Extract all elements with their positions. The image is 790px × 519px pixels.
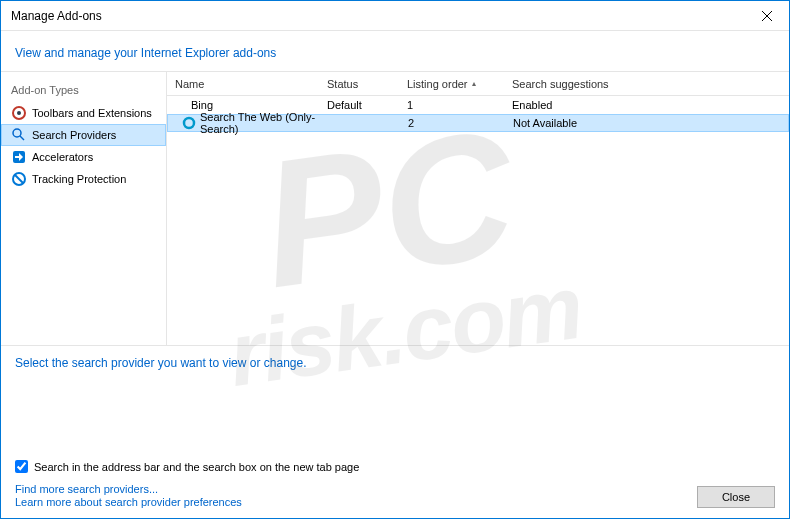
- sidebar-item-toolbars[interactable]: Toolbars and Extensions: [1, 102, 166, 124]
- column-header-name[interactable]: Name: [167, 78, 327, 90]
- column-header-listing[interactable]: Listing order ▴: [407, 78, 512, 90]
- header-area: View and manage your Internet Explorer a…: [1, 31, 789, 72]
- table-row[interactable]: Search The Web (Only-Search) 2 Not Avail…: [167, 114, 789, 132]
- column-header-search[interactable]: Search suggestions: [512, 78, 632, 90]
- provider-status: Default: [327, 99, 407, 111]
- instruction-text: Select the search provider you want to v…: [15, 356, 775, 370]
- provider-suggestions: Not Available: [513, 117, 633, 129]
- close-button[interactable]: Close: [697, 486, 775, 508]
- provider-listing: 1: [407, 99, 512, 111]
- table-header: Name Status Listing order ▴ Search sugge…: [167, 72, 789, 96]
- window-title: Manage Add-ons: [11, 9, 102, 23]
- learn-more-link[interactable]: Learn more about search provider prefere…: [15, 496, 242, 508]
- checkbox-label: Search in the address bar and the search…: [34, 461, 359, 473]
- provider-name: Bing: [167, 99, 327, 111]
- address-bar-checkbox-row: Search in the address bar and the search…: [15, 460, 775, 473]
- sidebar-item-search-providers[interactable]: Search Providers: [1, 124, 166, 146]
- bottom-panel: Select the search provider you want to v…: [1, 345, 789, 518]
- sidebar: Add-on Types Toolbars and Extensions Sea…: [1, 72, 167, 345]
- header-description: View and manage your Internet Explorer a…: [15, 46, 276, 60]
- manage-addons-window: Manage Add-ons View and manage your Inte…: [0, 0, 790, 519]
- svg-point-4: [13, 129, 21, 137]
- footer: Find more search providers... Learn more…: [15, 483, 775, 508]
- ring-icon: [182, 115, 196, 131]
- sidebar-item-label: Search Providers: [32, 129, 116, 141]
- titlebar: Manage Add-ons: [1, 1, 789, 31]
- sort-ascending-icon: ▴: [472, 79, 476, 88]
- sidebar-item-label: Toolbars and Extensions: [32, 107, 152, 119]
- find-more-link[interactable]: Find more search providers...: [15, 483, 242, 495]
- sidebar-item-tracking-protection[interactable]: Tracking Protection: [1, 168, 166, 190]
- sidebar-header: Add-on Types: [1, 80, 166, 102]
- address-bar-checkbox[interactable]: [15, 460, 28, 473]
- protection-icon: [11, 171, 27, 187]
- provider-name: Search The Web (Only-Search): [168, 111, 328, 135]
- svg-point-9: [184, 118, 194, 128]
- sidebar-item-label: Accelerators: [32, 151, 93, 163]
- search-icon: [11, 127, 27, 143]
- close-icon: [762, 11, 772, 21]
- sidebar-item-accelerators[interactable]: Accelerators: [1, 146, 166, 168]
- provider-listing: 2: [408, 117, 513, 129]
- toolbar-icon: [11, 105, 27, 121]
- footer-links-left: Find more search providers... Learn more…: [15, 483, 242, 508]
- accelerator-icon: [11, 149, 27, 165]
- sidebar-item-label: Tracking Protection: [32, 173, 126, 185]
- svg-line-8: [15, 175, 23, 183]
- column-header-status[interactable]: Status: [327, 78, 407, 90]
- provider-suggestions: Enabled: [512, 99, 632, 111]
- svg-point-3: [17, 111, 21, 115]
- main-area: Add-on Types Toolbars and Extensions Sea…: [1, 72, 789, 345]
- content-pane: Name Status Listing order ▴ Search sugge…: [167, 72, 789, 345]
- table-body: Bing Default 1 Enabled Search The Web (O…: [167, 96, 789, 345]
- close-window-button[interactable]: [744, 1, 789, 31]
- svg-line-5: [20, 136, 24, 140]
